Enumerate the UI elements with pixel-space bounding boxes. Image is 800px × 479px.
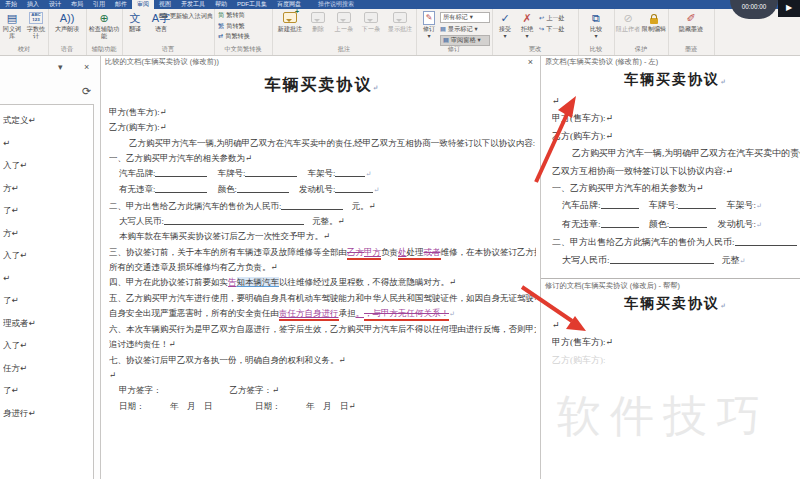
revision-item[interactable]: 入了↵ bbox=[3, 244, 93, 267]
group-protect: ⊘ 阻止作者 限制编辑 保护 bbox=[614, 9, 669, 55]
blank-field bbox=[335, 184, 373, 193]
pane-close-icon[interactable]: × bbox=[528, 57, 533, 67]
refresh-icon[interactable]: ⟳ bbox=[82, 85, 91, 98]
previous-change-button[interactable]: ↩ 上一处 bbox=[539, 14, 577, 23]
revision-item[interactable]: 了↵ bbox=[3, 379, 93, 402]
pane-dropdown-icon[interactable]: ▾ bbox=[58, 62, 63, 72]
track-changes-icon: ✎ bbox=[423, 11, 435, 25]
previous-change-icon: ↩ bbox=[539, 14, 544, 23]
reject-button[interactable]: ✗ 拒绝 ▾ bbox=[517, 10, 537, 39]
revisions-pane: ▾ × ⟳ 式定义↵ ↵ 入了↵ 方↵ 了↵ 方↵ 入了↵ ↵ 了↵ 理或者↵ … bbox=[0, 55, 101, 479]
tab-mailings[interactable]: 邮件 bbox=[110, 0, 132, 9]
revision-item[interactable]: 入了↵ bbox=[3, 154, 93, 177]
delete-comment-button[interactable]: 删除 bbox=[307, 10, 329, 33]
blank-field bbox=[601, 219, 639, 228]
translate-button[interactable]: 文 翻译 bbox=[122, 10, 148, 33]
hide-ink-button[interactable]: ✐ 隐藏墨迹 bbox=[668, 10, 714, 33]
compare-icon: ⧉ bbox=[592, 11, 600, 25]
doc-line: 乙方(购车方):↵ bbox=[552, 128, 800, 145]
tab-view[interactable]: 视图 bbox=[154, 0, 176, 9]
thesaurus-button[interactable]: ▤ 同义词库 bbox=[0, 10, 24, 39]
next-comment-button[interactable]: 下一条 bbox=[359, 10, 383, 33]
annotation-arrow-revised bbox=[516, 283, 596, 341]
doc-line-tracked-changes: 自身安全出现严重恶害时，所有的安全责任由责任方自身进行承担。，与甲方无任何关系！… bbox=[109, 306, 536, 322]
tab-baidu-netdisk[interactable]: 百度网盘 bbox=[272, 0, 306, 9]
compare-button[interactable]: ⧉ 比较 ▾ bbox=[578, 10, 614, 39]
blank-field bbox=[245, 168, 297, 177]
previous-comment-button[interactable]: 上一条 bbox=[332, 10, 356, 33]
word-count-button[interactable]: ABC123 字数统计 bbox=[24, 10, 48, 39]
revision-item[interactable]: 方↵ bbox=[3, 177, 93, 200]
block-authors-button[interactable]: ⊘ 阻止作者 bbox=[615, 10, 641, 33]
doc-line: 二、甲方出售给乙方此辆汽车的售价为人民币:元 bbox=[552, 234, 800, 251]
accept-check-icon: ✓ bbox=[500, 11, 509, 25]
compared-document-pane: 比较的文档(车辆买卖协议 (修改前)) × 车辆买卖协议↵ 甲方(售车方):↵ … bbox=[101, 55, 540, 479]
compared-document-header: 比较的文档(车辆买卖协议 (修改前)) bbox=[101, 55, 540, 68]
previous-comment-icon bbox=[337, 11, 351, 25]
pane-close-icon[interactable]: × bbox=[84, 62, 89, 72]
all-markup-dropdown[interactable]: 所有标记 ▾ bbox=[440, 12, 490, 23]
next-change-button[interactable]: ↪ 下一处 bbox=[539, 25, 577, 34]
new-comment-button[interactable]: + 新建批注 bbox=[276, 10, 304, 33]
convert-button[interactable]: ⇄ 简繁转换 bbox=[218, 32, 272, 41]
revision-item[interactable]: 理或者↵ bbox=[3, 312, 93, 335]
simplified-char-icon: 简 bbox=[218, 11, 224, 20]
red-annotation-underline: 乙方甲方 bbox=[347, 247, 381, 260]
traditional-to-simplified-button[interactable]: 简 繁转简 bbox=[218, 11, 272, 20]
doc-line: 有无违章: 颜色: 发动机号:↵ bbox=[109, 182, 536, 198]
update-ime-dictionary-button[interactable]: ⌨ 更新输入法词典 bbox=[159, 12, 213, 21]
tab-home[interactable]: 开始 bbox=[0, 0, 22, 9]
blank-field bbox=[335, 168, 365, 177]
reject-dropdown-icon: ▾ bbox=[525, 33, 528, 40]
read-aloud-icon: A)) bbox=[60, 11, 75, 25]
revision-item[interactable]: 方↵ bbox=[3, 222, 93, 245]
read-aloud-button[interactable]: A)) 大声朗读 bbox=[48, 10, 86, 33]
track-changes-button[interactable]: ✎ 修订 ▾ bbox=[418, 10, 440, 39]
tell-me-search[interactable]: 操作说明搜索 bbox=[306, 0, 354, 9]
show-markup-dropdown[interactable]: ▤ 显示标记 ▾ bbox=[440, 25, 490, 34]
tab-insert[interactable]: 插入 bbox=[22, 0, 44, 9]
revisions-list: 式定义↵ ↵ 入了↵ 方↵ 了↵ 方↵ 入了↵ ↵ 了↵ 理或者↵ 入了↵ 任方… bbox=[0, 104, 94, 479]
restrict-editing-button[interactable]: 限制编辑 bbox=[641, 10, 667, 33]
group-ink: ✐ 隐藏墨迹 墨迹 bbox=[668, 9, 715, 55]
blank-field bbox=[669, 219, 707, 228]
tab-references[interactable]: 引用 bbox=[88, 0, 110, 9]
document-title: 车辆买卖协议↵ bbox=[109, 75, 536, 96]
revision-item[interactable]: 身进行↵ bbox=[3, 402, 93, 425]
compared-document-body[interactable]: 车辆买卖协议↵ 甲方(售车方):↵ 乙方(购车方):↵ 乙方购买甲方汽车一辆,为… bbox=[109, 68, 536, 479]
accept-button[interactable]: ✓ 接受 ▾ bbox=[495, 10, 515, 39]
doc-line: 有无违章: 颜色: 发动机号:↵ bbox=[552, 216, 800, 234]
doc-line: 追讨违约责任！↵ bbox=[109, 337, 536, 352]
revision-item[interactable]: ↵ bbox=[3, 132, 93, 155]
moved-text: 知本辆汽车 bbox=[237, 277, 280, 287]
new-comment-icon: + bbox=[283, 11, 297, 25]
blank-field bbox=[155, 168, 207, 177]
revision-item[interactable]: 入了↵ bbox=[3, 334, 93, 357]
doc-line: 甲方(售车方):↵ bbox=[109, 105, 536, 120]
simplified-to-traditional-button[interactable]: 繁 简转繁 bbox=[218, 22, 272, 31]
reviewing-pane-dropdown[interactable]: ▤ 审阅窗格 ▾ bbox=[440, 35, 490, 46]
tab-developer[interactable]: 开发工具 bbox=[176, 0, 210, 9]
blank-field bbox=[281, 201, 343, 210]
revision-item[interactable]: 了↵ bbox=[3, 199, 93, 222]
show-comments-button[interactable]: 显示批注 bbox=[386, 10, 414, 33]
revision-item[interactable]: 任方↵ bbox=[3, 357, 93, 380]
delete-comment-icon bbox=[311, 11, 325, 25]
revision-item[interactable]: 了↵ bbox=[3, 289, 93, 312]
word-count-icon: ABC123 bbox=[29, 11, 43, 25]
doc-line: ↵ bbox=[109, 368, 536, 383]
check-accessibility-button[interactable]: ⊕ 检查辅助功能 bbox=[86, 10, 122, 39]
tab-review[interactable]: 审阅 bbox=[132, 0, 154, 9]
tab-design[interactable]: 设计 bbox=[44, 0, 66, 9]
revision-item[interactable]: 式定义↵ bbox=[3, 109, 93, 132]
doc-line: 五、乙方购买甲方汽车进行使用，要明确自身具有机动车驾驶能力和中华人民共和国驾驶证… bbox=[109, 291, 536, 306]
tab-layout[interactable]: 布局 bbox=[66, 0, 88, 9]
tab-help[interactable]: 帮助 bbox=[210, 0, 232, 9]
recorder-play-button[interactable]: ▶ bbox=[778, 0, 800, 17]
tab-pdf-tools[interactable]: PDF工具集 bbox=[232, 0, 272, 9]
doc-line: 乙双方互相协商一致特签订以下以协议内容:↵ bbox=[552, 163, 800, 180]
reviewing-pane-icon: ▤ bbox=[443, 36, 449, 45]
revision-item[interactable]: ↵ bbox=[3, 267, 93, 290]
original-document-header: 原文档(车辆买卖协议 (修改前) - 左) bbox=[541, 55, 800, 68]
doc-line: 汽车品牌: 车牌号: 车架号:↵ bbox=[552, 197, 800, 215]
